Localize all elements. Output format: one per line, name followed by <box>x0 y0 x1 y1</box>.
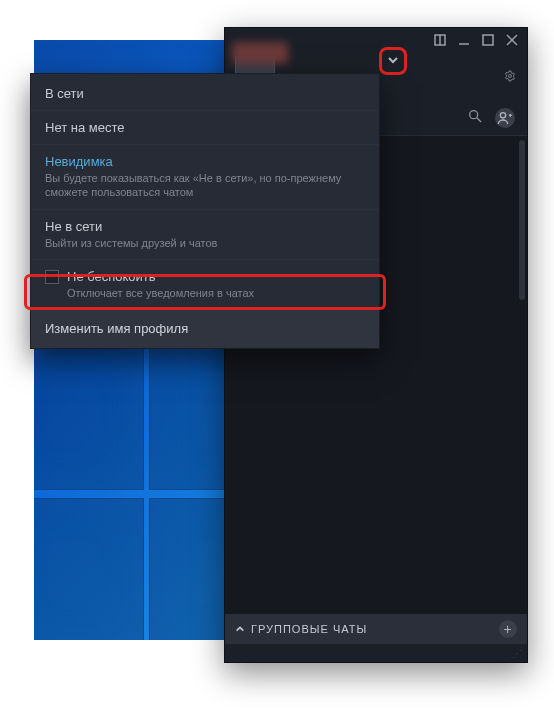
status-offline-item[interactable]: Не в сети Выйти из системы друзей и чато… <box>31 209 379 259</box>
edit-profile-name-item[interactable]: Изменить имя профиля <box>31 309 379 348</box>
status-away-item[interactable]: Нет на месте <box>31 110 379 144</box>
resize-grip-icon[interactable]: ⋰ <box>225 644 527 662</box>
status-dnd-sub: Отключает все уведомления в чатах <box>67 286 254 300</box>
group-chats-label: ГРУППОВЫЕ ЧАТЫ <box>251 623 367 635</box>
wallpaper-tile <box>34 498 144 640</box>
status-dnd-label: Не беспокоить <box>67 269 254 284</box>
add-friend-icon[interactable] <box>495 108 515 128</box>
add-group-chat-icon[interactable]: + <box>499 620 517 638</box>
status-offline-label: Не в сети <box>45 219 365 234</box>
wallpaper-tile <box>34 340 144 490</box>
status-online-item[interactable]: В сети <box>31 74 379 110</box>
status-invisible-sub: Вы будете показываться как «Не в сети», … <box>45 171 365 200</box>
svg-rect-3 <box>483 35 493 45</box>
minimize-icon[interactable] <box>457 33 471 47</box>
svg-point-9 <box>500 112 505 117</box>
svg-line-8 <box>477 118 481 122</box>
wallpaper-tile <box>149 340 224 490</box>
wallpaper-tile <box>149 498 224 640</box>
dnd-checkbox[interactable] <box>45 270 59 284</box>
window-footer: ГРУППОВЫЕ ЧАТЫ + ⋰ <box>225 614 527 662</box>
status-away-label: Нет на месте <box>45 120 365 135</box>
search-icon[interactable] <box>467 108 483 128</box>
chevron-down-icon[interactable] <box>387 52 399 70</box>
status-offline-sub: Выйти из системы друзей и чатов <box>45 236 365 250</box>
status-dropdown: В сети Нет на месте Невидимка Вы будете … <box>30 73 380 349</box>
svg-point-7 <box>470 110 478 118</box>
status-invisible-label: Невидимка <box>45 154 365 169</box>
scrollbar-thumb[interactable] <box>519 140 525 300</box>
maximize-icon[interactable] <box>481 33 495 47</box>
edit-profile-name-label: Изменить имя профиля <box>45 321 188 336</box>
status-chevron-highlight <box>379 47 407 75</box>
gear-icon[interactable] <box>503 69 517 83</box>
status-online-label: В сети <box>45 86 365 101</box>
svg-point-6 <box>509 75 512 78</box>
restore-layout-icon[interactable] <box>433 33 447 47</box>
scrollbar-track <box>519 140 525 610</box>
close-icon[interactable] <box>505 33 519 47</box>
profile-name-blurred <box>232 42 288 64</box>
group-chats-bar[interactable]: ГРУППОВЫЕ ЧАТЫ + <box>225 614 527 644</box>
status-dnd-item[interactable]: Не беспокоить Отключает все уведомления … <box>31 259 379 309</box>
status-invisible-item[interactable]: Невидимка Вы будете показываться как «Не… <box>31 144 379 209</box>
chevron-up-icon <box>235 624 245 634</box>
